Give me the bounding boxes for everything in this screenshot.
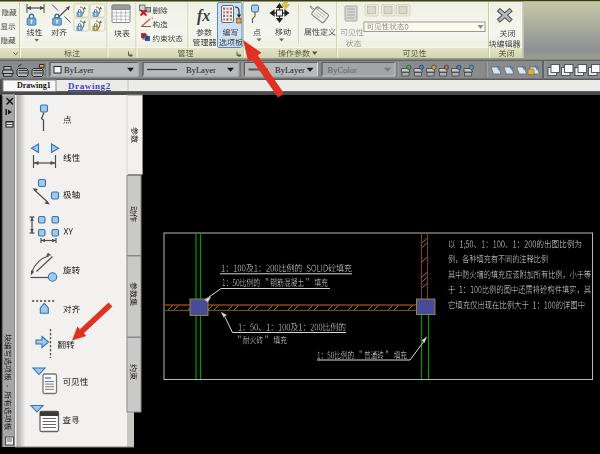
svg-text:fx: fx <box>197 7 210 25</box>
